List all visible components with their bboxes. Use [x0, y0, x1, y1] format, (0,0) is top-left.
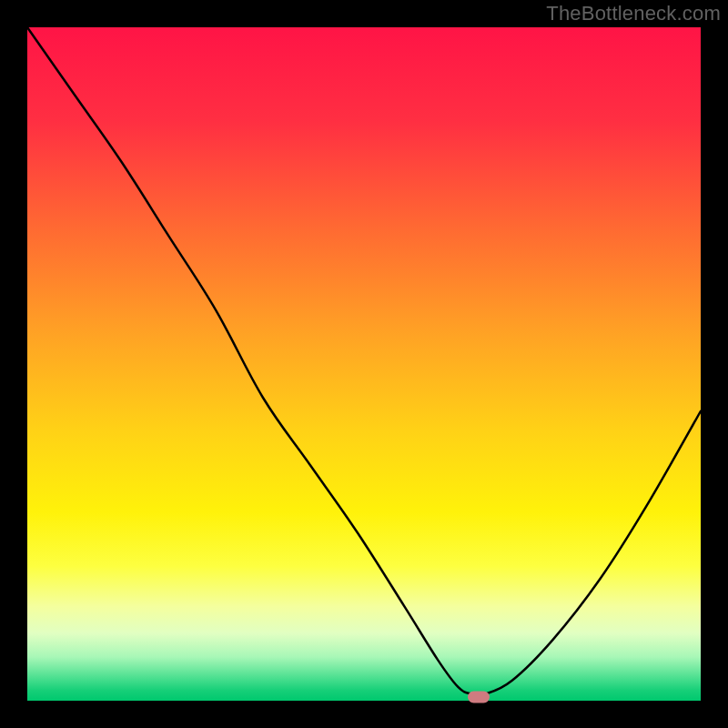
- plot-area: [27, 27, 701, 701]
- optimal-point-marker: [468, 691, 490, 703]
- svg-rect-0: [27, 27, 701, 701]
- attribution-watermark: TheBottleneck.com: [546, 2, 721, 25]
- chart-frame: TheBottleneck.com: [0, 0, 728, 728]
- gradient-background: [27, 27, 701, 701]
